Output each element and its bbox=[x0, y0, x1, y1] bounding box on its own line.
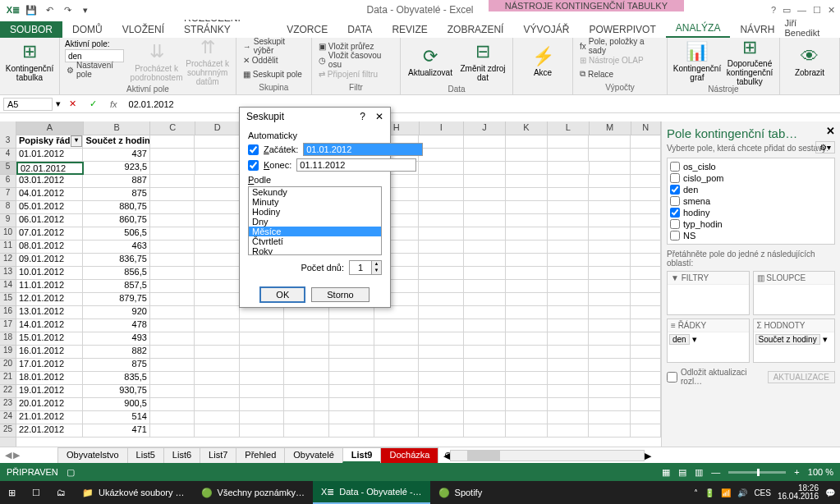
tab-data[interactable]: DATA bbox=[337, 21, 382, 38]
column-header[interactable]: I bbox=[420, 121, 465, 135]
cell[interactable] bbox=[631, 280, 661, 293]
cell[interactable] bbox=[374, 306, 420, 319]
cell[interactable]: 13.01.2012 bbox=[16, 306, 83, 319]
row-header[interactable]: 22 bbox=[0, 385, 16, 398]
cell[interactable] bbox=[329, 398, 374, 411]
cell[interactable]: 19.01.2012 bbox=[16, 385, 83, 398]
dialog-help-icon[interactable]: ? bbox=[360, 111, 365, 122]
dialog-close-icon[interactable]: ✕ bbox=[375, 111, 383, 122]
row-header[interactable]: 10 bbox=[0, 227, 16, 241]
field-list[interactable]: os_cislocislo_pomdensmenahodinytyp_hodin… bbox=[667, 158, 835, 245]
cell[interactable]: 880,75 bbox=[83, 201, 149, 214]
cell[interactable]: 14.01.2012 bbox=[16, 319, 83, 332]
cell[interactable] bbox=[150, 149, 195, 162]
cell[interactable] bbox=[506, 254, 548, 267]
column-header[interactable]: J bbox=[464, 121, 506, 135]
cell[interactable] bbox=[374, 385, 420, 398]
cell[interactable]: 02.01.2012 bbox=[16, 162, 84, 175]
cell[interactable] bbox=[240, 346, 285, 359]
cell[interactable] bbox=[284, 332, 329, 346]
cell[interactable] bbox=[589, 201, 631, 214]
cell[interactable] bbox=[506, 319, 548, 332]
drill-down-button[interactable]: ⇊Procházet k podrobnostem bbox=[132, 39, 181, 85]
show-button[interactable]: 👁Zobrazit bbox=[785, 39, 834, 85]
cell[interactable] bbox=[240, 306, 285, 319]
column-header[interactable]: D bbox=[195, 121, 241, 135]
cell[interactable] bbox=[195, 175, 240, 188]
cell[interactable]: 930,75 bbox=[83, 385, 149, 398]
cell[interactable] bbox=[195, 372, 240, 385]
tab-review[interactable]: REVIZE bbox=[382, 21, 437, 38]
row-header[interactable]: 25 bbox=[0, 424, 16, 438]
fx-icon[interactable]: fx bbox=[105, 99, 122, 109]
cell[interactable] bbox=[589, 385, 631, 398]
cell[interactable] bbox=[240, 332, 285, 346]
cell[interactable] bbox=[631, 385, 661, 398]
cell[interactable] bbox=[548, 424, 590, 438]
cell[interactable] bbox=[374, 424, 420, 438]
cell[interactable] bbox=[590, 162, 631, 175]
cell[interactable] bbox=[284, 372, 329, 385]
row-header[interactable]: 15 bbox=[0, 293, 16, 306]
cell[interactable] bbox=[419, 359, 464, 372]
cell[interactable]: 04.01.2012 bbox=[16, 188, 83, 201]
cell[interactable] bbox=[419, 214, 464, 227]
cell[interactable] bbox=[589, 398, 631, 411]
qat-more-icon[interactable]: ▾ bbox=[77, 2, 94, 18]
cell[interactable] bbox=[240, 424, 285, 438]
row-header[interactable]: 13 bbox=[0, 267, 16, 280]
cell[interactable] bbox=[195, 424, 240, 438]
row-header[interactable]: 12 bbox=[0, 254, 16, 267]
name-box-dropdown-icon[interactable]: ▾ bbox=[56, 99, 61, 109]
tab-developer[interactable]: VÝVOJÁŘ bbox=[513, 21, 579, 38]
field-pane-settings-icon[interactable]: ⚙▾ bbox=[815, 141, 835, 153]
cell[interactable] bbox=[631, 135, 661, 149]
cell[interactable] bbox=[548, 254, 590, 267]
cell[interactable]: 857,5 bbox=[83, 280, 149, 293]
cell[interactable]: 493 bbox=[83, 332, 149, 346]
cell[interactable] bbox=[464, 359, 506, 372]
cell[interactable] bbox=[506, 135, 548, 149]
columns-area[interactable]: ▥ SLOUPCE bbox=[753, 271, 836, 315]
windows-taskbar[interactable]: ⊞ ☐ 🗂 📁 Ukázkové soubory … 🟢 Všechny poz… bbox=[0, 481, 840, 504]
cell[interactable] bbox=[589, 149, 631, 162]
zoom-in-icon[interactable]: + bbox=[794, 467, 799, 477]
group-by-option[interactable]: Minuty bbox=[249, 197, 381, 207]
cell[interactable] bbox=[240, 398, 285, 411]
end-checkbox[interactable] bbox=[248, 160, 259, 171]
row-header[interactable]: 7 bbox=[0, 188, 16, 201]
cell[interactable] bbox=[195, 398, 240, 411]
view-break-icon[interactable]: ▥ bbox=[695, 467, 703, 478]
cell[interactable] bbox=[506, 175, 548, 188]
column-header[interactable]: L bbox=[548, 121, 590, 135]
column-header[interactable]: N bbox=[631, 121, 661, 135]
cell[interactable] bbox=[150, 293, 195, 306]
cell[interactable] bbox=[506, 411, 548, 424]
cell[interactable]: 16.01.2012 bbox=[16, 346, 83, 359]
cell[interactable] bbox=[548, 227, 590, 241]
cell[interactable] bbox=[631, 293, 661, 306]
formula-input[interactable]: 02.01.2012 bbox=[126, 99, 837, 110]
group-selection-button[interactable]: → Seskupit výběr bbox=[241, 39, 306, 53]
cell[interactable] bbox=[631, 411, 661, 424]
field-checkbox[interactable] bbox=[670, 208, 680, 218]
tab-insert[interactable]: VLOŽENÍ bbox=[112, 21, 174, 38]
tray-notifications-icon[interactable]: 💬 bbox=[825, 488, 835, 497]
cell[interactable] bbox=[548, 135, 590, 149]
rows-area[interactable]: ≡ ŘÁDKY den ▾ bbox=[667, 318, 750, 363]
field-checkbox[interactable] bbox=[670, 231, 680, 241]
cell[interactable] bbox=[150, 214, 195, 227]
field-item[interactable]: smena bbox=[670, 195, 832, 207]
sheet-tab[interactable]: List9 bbox=[342, 447, 382, 463]
cell[interactable] bbox=[329, 411, 374, 424]
cell[interactable] bbox=[506, 162, 548, 175]
cell[interactable] bbox=[284, 411, 329, 424]
cell[interactable] bbox=[329, 359, 374, 372]
cell[interactable] bbox=[548, 149, 590, 162]
taskbar-app-1[interactable]: 📁 Ukázkové soubory … bbox=[74, 481, 193, 504]
recommended-pivot-button[interactable]: ⊞Doporučené kontingenční tabulky bbox=[725, 39, 774, 85]
cell[interactable] bbox=[284, 346, 329, 359]
cell[interactable] bbox=[589, 175, 631, 188]
cell[interactable] bbox=[548, 372, 590, 385]
field-checkbox[interactable] bbox=[670, 173, 680, 183]
